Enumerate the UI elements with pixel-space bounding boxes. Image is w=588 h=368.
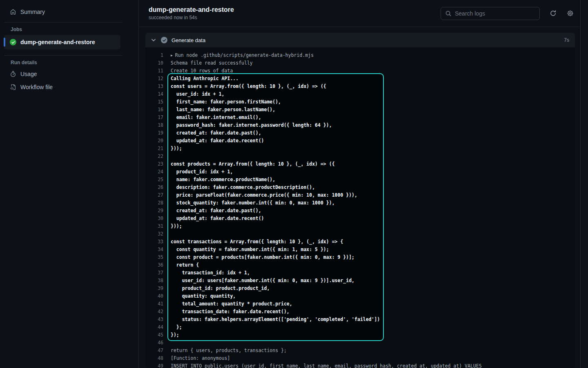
search-input[interactable] bbox=[455, 10, 535, 17]
line-number[interactable]: 23 bbox=[145, 160, 167, 168]
line-number[interactable]: 35 bbox=[145, 254, 167, 261]
sidebar-item-usage[interactable]: Usage bbox=[4, 68, 134, 80]
log-line: 16 last_name: faker.person.lastName(), bbox=[145, 106, 575, 114]
log-line: 12Calling Anthropic API... bbox=[145, 75, 575, 83]
log-text: created_at: faker.date.past(), bbox=[167, 129, 261, 137]
sidebar-item-workflow-file[interactable]: Workflow file bbox=[4, 81, 134, 93]
line-number[interactable]: 38 bbox=[145, 277, 167, 285]
log-text: ▶Run node .github/scripts/generate-data-… bbox=[167, 52, 314, 59]
log-line: 38 user_id: users[faker.number.int({ min… bbox=[145, 277, 575, 285]
log-text: name: faker.commerce.productName(), bbox=[167, 176, 275, 184]
gear-icon bbox=[567, 10, 574, 17]
line-number[interactable]: 44 bbox=[145, 323, 167, 331]
log-line: 26 description: faker.commerce.productDe… bbox=[145, 184, 575, 191]
line-number[interactable]: 40 bbox=[145, 292, 167, 300]
log-text: }; bbox=[167, 323, 182, 331]
line-number[interactable]: 1 bbox=[145, 52, 167, 59]
line-number[interactable]: 28 bbox=[145, 199, 167, 207]
line-number[interactable]: 11 bbox=[145, 67, 167, 75]
sidebar-job-dump-generate-and-restore[interactable]: dump-generate-and-restore bbox=[4, 35, 120, 49]
line-number[interactable]: 47 bbox=[145, 347, 167, 355]
line-number[interactable]: 16 bbox=[145, 106, 167, 114]
line-number[interactable]: 25 bbox=[145, 176, 167, 184]
log-text bbox=[167, 339, 171, 347]
line-number[interactable]: 10 bbox=[145, 59, 167, 67]
main-panel: dump-generate-and-restore succeeded now … bbox=[139, 0, 580, 368]
refresh-button[interactable] bbox=[550, 10, 557, 17]
log-line: 10Schema file read successfully bbox=[145, 59, 575, 67]
log-line: 20 updated_at: faker.date.recent() bbox=[145, 137, 575, 145]
scrollbar-rail[interactable] bbox=[580, 0, 588, 368]
line-number[interactable]: 33 bbox=[145, 238, 167, 246]
log-line: 25 name: faker.commerce.productName(), bbox=[145, 176, 575, 184]
line-number[interactable]: 14 bbox=[145, 90, 167, 98]
line-number[interactable]: 22 bbox=[145, 153, 167, 160]
line-number[interactable]: 32 bbox=[145, 230, 167, 238]
line-number[interactable]: 19 bbox=[145, 129, 167, 137]
log-text: created_at: faker.date.past(), bbox=[167, 207, 261, 215]
step-card: Generate data 7s 1▶Run node .github/scri… bbox=[145, 33, 575, 368]
sidebar-item-summary[interactable]: Summary bbox=[4, 6, 134, 18]
log-text: }); bbox=[167, 331, 179, 339]
header-controls bbox=[441, 7, 574, 20]
line-number[interactable]: 24 bbox=[145, 168, 167, 176]
search-box[interactable] bbox=[441, 7, 540, 20]
log-line: 29 created_at: faker.date.past(), bbox=[145, 207, 575, 215]
log-text: const transactions = Array.from({ length… bbox=[167, 238, 343, 246]
log-text: password_hash: faker.internet.password({… bbox=[167, 121, 332, 129]
line-number[interactable]: 17 bbox=[145, 114, 167, 121]
line-number[interactable]: 48 bbox=[145, 355, 167, 362]
line-number[interactable]: 15 bbox=[145, 98, 167, 106]
line-number[interactable]: 46 bbox=[145, 339, 167, 347]
log-line: 48[Function: anonymous] bbox=[145, 355, 575, 362]
line-number[interactable]: 49 bbox=[145, 362, 167, 368]
sidebar-divider bbox=[4, 55, 122, 56]
log-line: 11Create 10 rows of data bbox=[145, 67, 575, 75]
line-number[interactable]: 26 bbox=[145, 184, 167, 191]
line-number[interactable]: 42 bbox=[145, 308, 167, 316]
line-number[interactable]: 21 bbox=[145, 145, 167, 153]
run-status-text: succeeded now in 54s bbox=[149, 15, 234, 20]
log-line: 42 transaction_date: faker.date.recent()… bbox=[145, 308, 575, 316]
log-text: return { users, products, transactions }… bbox=[167, 347, 287, 355]
log-line: 21})); bbox=[145, 145, 575, 153]
line-number[interactable]: 41 bbox=[145, 300, 167, 308]
step-success-check-icon bbox=[161, 37, 167, 43]
line-number[interactable]: 30 bbox=[145, 215, 167, 222]
log-line: 37 transaction_id: idx + 1, bbox=[145, 269, 575, 277]
log-line: 23const products = Array.from({ length: … bbox=[145, 160, 575, 168]
line-number[interactable]: 31 bbox=[145, 222, 167, 230]
line-number[interactable]: 39 bbox=[145, 285, 167, 292]
jobs-section-header: Jobs bbox=[4, 27, 134, 32]
line-number[interactable]: 18 bbox=[145, 121, 167, 129]
line-number[interactable]: 29 bbox=[145, 207, 167, 215]
log-line: 40 quantity: quantity, bbox=[145, 292, 575, 300]
log-text: transaction_date: faker.date.recent(), bbox=[167, 308, 290, 316]
log-text: user_id: idx + 1, bbox=[167, 90, 225, 98]
settings-button[interactable] bbox=[567, 10, 574, 17]
line-number[interactable]: 20 bbox=[145, 137, 167, 145]
log-line: 30 updated_at: faker.date.recent() bbox=[145, 215, 575, 222]
log-line: 15 first_name: faker.person.firstName(), bbox=[145, 98, 575, 106]
line-number[interactable]: 36 bbox=[145, 261, 167, 269]
log-text: const products = Array.from({ length: 10… bbox=[167, 160, 335, 168]
line-number[interactable]: 12 bbox=[145, 75, 167, 83]
expand-arrow-icon[interactable]: ▶ bbox=[171, 54, 173, 57]
line-number[interactable]: 27 bbox=[145, 191, 167, 199]
log-text: stock_quantity: faker.number.int({ min: … bbox=[167, 199, 335, 207]
line-number[interactable]: 43 bbox=[145, 316, 167, 323]
stopwatch-icon bbox=[10, 71, 16, 77]
sidebar-divider bbox=[4, 22, 122, 22]
chevron-down-icon[interactable] bbox=[150, 37, 157, 43]
log-line: 14 user_id: idx + 1, bbox=[145, 90, 575, 98]
log-text: [Function: anonymous] bbox=[167, 355, 230, 362]
log-body: 1▶Run node .github/scripts/generate-data… bbox=[145, 47, 575, 368]
run-title-block: dump-generate-and-restore succeeded now … bbox=[149, 6, 234, 20]
job-success-check-icon bbox=[10, 39, 16, 45]
line-number[interactable]: 45 bbox=[145, 331, 167, 339]
line-number[interactable]: 13 bbox=[145, 83, 167, 90]
log-line: 17 email: faker.internet.email(), bbox=[145, 114, 575, 121]
step-header-generate-data[interactable]: Generate data 7s bbox=[145, 33, 575, 47]
line-number[interactable]: 37 bbox=[145, 269, 167, 277]
line-number[interactable]: 34 bbox=[145, 246, 167, 254]
